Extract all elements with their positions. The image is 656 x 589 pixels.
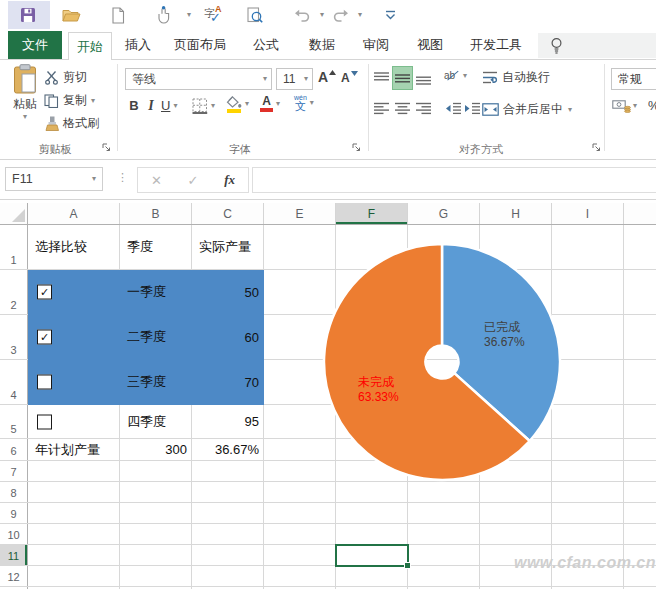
font-dialog-launcher[interactable] (352, 143, 361, 152)
cell-a6[interactable]: 年计划产量 (28, 439, 120, 460)
phonetic-dropdown[interactable]: ▾ (310, 99, 314, 107)
row-header-4[interactable]: 4 (0, 360, 28, 404)
pie-chart[interactable] (317, 237, 567, 487)
new-document-button[interactable] (110, 0, 126, 30)
row-header-1[interactable]: 1 (0, 225, 28, 269)
bold-button[interactable]: B (127, 98, 141, 113)
row-header-7[interactable]: 7 (0, 461, 28, 481)
grow-font-button[interactable]: A (318, 69, 336, 85)
checkbox-q1[interactable] (37, 285, 52, 300)
accounting-format-button[interactable]: ▾ (612, 98, 637, 113)
align-right-button[interactable] (414, 97, 433, 119)
insert-function-button[interactable]: fx (224, 172, 235, 188)
select-all-button[interactable] (0, 203, 28, 224)
fill-color-dropdown[interactable]: ▾ (245, 100, 249, 108)
customize-qat-button[interactable] (383, 0, 397, 30)
align-left-button[interactable] (372, 97, 391, 119)
accounting-dropdown[interactable]: ▾ (633, 102, 637, 110)
column-header-c[interactable]: C (192, 203, 264, 224)
tab-review[interactable]: 审阅 (352, 31, 400, 59)
row-header-5[interactable]: 5 (0, 405, 28, 438)
font-size-combo[interactable]: 11 ▾ (276, 68, 313, 90)
cell-b3[interactable]: 二季度 (120, 315, 192, 359)
column-header-f[interactable]: F (336, 203, 408, 224)
clipboard-dialog-launcher[interactable] (102, 143, 111, 152)
name-box[interactable]: F11 ▾ (5, 167, 103, 191)
tab-home[interactable]: 开始 (68, 32, 112, 61)
cell-c4[interactable]: 70 (192, 360, 264, 404)
fill-color-button[interactable]: ▾ (226, 96, 249, 113)
sheet-row-9[interactable]: 9 (0, 503, 656, 524)
italic-button[interactable]: I (146, 98, 156, 114)
tab-data[interactable]: 数据 (298, 31, 346, 59)
cut-button[interactable]: 剪切 (44, 69, 87, 86)
row-header-12[interactable]: 12 (0, 566, 28, 586)
align-center-button[interactable] (393, 97, 412, 119)
formula-bar-resize-handle[interactable]: ⋮ (117, 171, 128, 184)
sheet-row-13[interactable] (0, 587, 656, 588)
align-middle-button[interactable] (393, 67, 412, 89)
row-header-8[interactable]: 8 (0, 482, 28, 502)
merge-center-dropdown[interactable]: ▾ (568, 106, 572, 114)
tab-file[interactable]: 文件 (8, 31, 62, 59)
alignment-dialog-launcher[interactable] (592, 143, 601, 152)
percent-style-button[interactable]: % (648, 98, 656, 113)
row-header-11[interactable]: 11 (0, 545, 28, 565)
name-box-dropdown[interactable]: ▾ (92, 175, 96, 183)
cell-a1[interactable]: 选择比较 (28, 225, 120, 269)
tab-page-layout[interactable]: 页面布局 (164, 31, 236, 59)
cell-c1[interactable]: 实际产量 (192, 225, 264, 269)
touch-mode-dropdown[interactable]: ▾ (184, 0, 194, 30)
row-header-6[interactable]: 6 (0, 439, 28, 460)
checkbox-q2[interactable] (37, 330, 52, 345)
row-header-2[interactable]: 2 (0, 270, 28, 314)
enter-icon[interactable]: ✓ (188, 173, 199, 188)
underline-button[interactable]: U ▾ (161, 98, 177, 113)
open-button[interactable] (60, 0, 82, 30)
cancel-icon[interactable]: ✕ (151, 173, 162, 188)
paste-button[interactable]: 粘贴 ▾ (6, 64, 44, 136)
spell-check-button[interactable]: 字 A ✓ (203, 0, 227, 30)
redo-button[interactable] (330, 0, 350, 30)
undo-dropdown[interactable]: ▾ (317, 0, 327, 30)
column-header-a[interactable]: A (28, 203, 120, 224)
touch-mode-button[interactable] (152, 0, 174, 30)
tell-me-box[interactable] (538, 33, 656, 58)
column-header-partial[interactable] (624, 203, 656, 224)
format-painter-button[interactable]: 格式刷 (44, 115, 99, 132)
formula-input[interactable] (252, 167, 656, 193)
row-header-3[interactable]: 3 (0, 315, 28, 359)
number-format-combo[interactable]: 常规 (611, 68, 656, 90)
font-color-button[interactable]: A ▾ (260, 96, 280, 112)
checkbox-q4[interactable] (37, 414, 52, 429)
fill-handle[interactable] (404, 562, 411, 569)
column-header-h[interactable]: H (480, 203, 552, 224)
row-header-10[interactable]: 10 (0, 524, 28, 544)
cell-b2[interactable]: 一季度 (120, 270, 192, 314)
print-preview-button[interactable] (246, 0, 264, 30)
checkbox-q3[interactable] (37, 375, 52, 390)
increase-indent-button[interactable] (463, 99, 480, 117)
redo-dropdown[interactable]: ▾ (355, 0, 365, 30)
copy-button[interactable]: 复制 ▾ (44, 92, 95, 109)
orientation-button[interactable]: ab ▾ (444, 69, 467, 83)
tab-formulas[interactable]: 公式 (242, 31, 290, 59)
save-button[interactable] (19, 0, 37, 30)
cell-c5[interactable]: 95 (192, 405, 264, 438)
cell-c2[interactable]: 50 (192, 270, 264, 314)
font-size-dropdown[interactable]: ▾ (304, 75, 308, 83)
orientation-dropdown[interactable]: ▾ (463, 72, 467, 80)
decrease-indent-button[interactable] (444, 99, 461, 117)
column-header-b[interactable]: B (120, 203, 192, 224)
column-header-g[interactable]: G (408, 203, 480, 224)
cell-b4[interactable]: 三季度 (120, 360, 192, 404)
cell-b5[interactable]: 四季度 (120, 405, 192, 438)
cell-c6[interactable]: 36.67% (192, 439, 264, 460)
borders-button[interactable]: ▾ (192, 98, 215, 114)
merge-center-button[interactable]: 合并后居中 ▾ (482, 101, 572, 118)
tab-view[interactable]: 视图 (406, 31, 454, 59)
phonetic-button[interactable]: wén 文 ▾ (294, 94, 314, 112)
shrink-font-button[interactable]: A (341, 71, 358, 85)
font-color-dropdown[interactable]: ▾ (276, 100, 280, 108)
align-top-button[interactable] (372, 67, 391, 89)
